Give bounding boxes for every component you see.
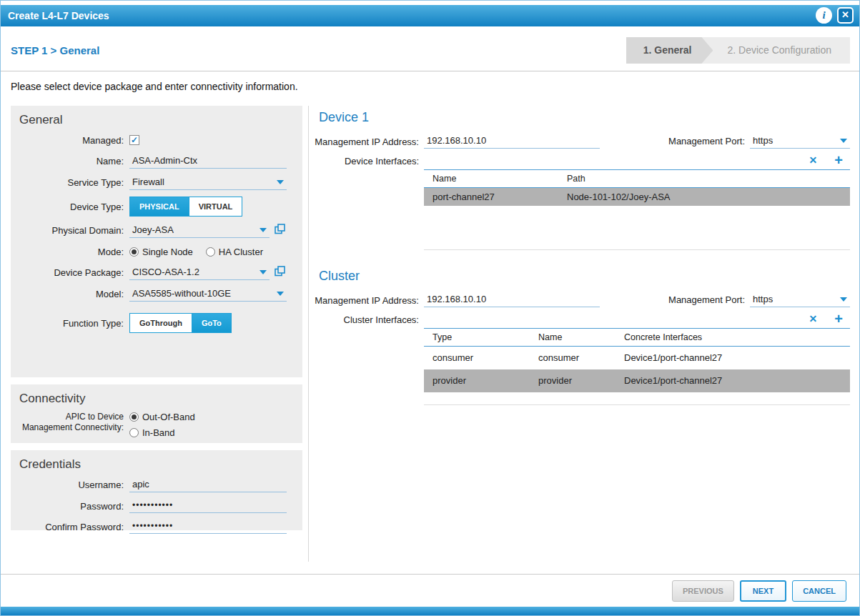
cluster-mgmt-port-dropdown[interactable]: https: [750, 292, 850, 307]
open-detail-icon[interactable]: [275, 266, 285, 279]
previous-button[interactable]: PREVIOUS: [672, 580, 734, 602]
device1-section: Device 1 Management IP Address: 192.168.…: [313, 110, 850, 250]
mode-label: Mode:: [16, 247, 129, 257]
titlebar-icons: i ✕: [816, 7, 854, 24]
general-panel: General Managed: ✓ Name: ASA-Admin-Ctx S…: [11, 106, 302, 377]
cluster-table-header-row: Type Name Concrete Interfaces: [424, 329, 850, 347]
step-header-row: STEP 1 > General 1. General 2. Device Co…: [1, 26, 859, 64]
connectivity-panel-title: Connectivity: [19, 392, 295, 406]
instruction-text: Please select device package and enter c…: [1, 71, 859, 101]
left-column: General Managed: ✓ Name: ASA-Admin-Ctx S…: [11, 106, 302, 537]
device1-interfaces-table-wrap: ✕ + Name Path: [424, 154, 850, 250]
cluster-col-concrete: Concrete Interfaces: [616, 329, 850, 347]
name-label: Name:: [16, 156, 129, 167]
device-package-dropdown[interactable]: CISCO-ASA-1.2: [129, 265, 270, 280]
wizard-step-device-configuration[interactable]: 2. Device Configuration: [701, 37, 850, 64]
cluster-table-toolbar: ✕ +: [424, 313, 850, 329]
physical-domain-dropdown[interactable]: Joey-ASA: [129, 223, 270, 238]
device-type-label: Device Type:: [16, 202, 129, 212]
cancel-button[interactable]: CANCEL: [792, 580, 846, 602]
device1-mgmt-ip-input[interactable]: 192.168.10.10: [424, 134, 600, 149]
radio-selected-icon[interactable]: [129, 247, 139, 257]
device-package-row: Device Package: CISCO-ASA-1.2: [16, 265, 295, 280]
device1-interfaces-row: Device Interfaces: ✕ + Name Path: [313, 154, 850, 250]
model-row: Model: ASA5585-without-10GE: [16, 287, 295, 302]
cluster-mgmt-ip-label: Management IP Address:: [313, 294, 424, 306]
model-label: Model:: [16, 289, 129, 299]
chevron-down-icon[interactable]: [260, 228, 267, 232]
device-type-physical-button[interactable]: PHYSICAL: [129, 197, 189, 217]
function-type-label: Function Type:: [16, 318, 129, 329]
add-interface-icon[interactable]: +: [834, 313, 843, 324]
cluster-row-type: provider: [424, 369, 530, 392]
device1-interfaces-label: Device Interfaces:: [313, 154, 424, 167]
open-detail-icon[interactable]: [275, 224, 285, 237]
cluster-row-concrete: Device1/port-channel27: [616, 369, 850, 392]
cluster-mgmt-ip-input[interactable]: 192.168.10.10: [424, 292, 600, 307]
connectivity-out-of-band-option[interactable]: Out-Of-Band: [129, 412, 195, 422]
chevron-down-icon[interactable]: [840, 297, 847, 302]
password-row: Password: •••••••••••: [16, 499, 295, 513]
cluster-row-name: provider: [530, 369, 616, 392]
username-row: Username: apic: [16, 477, 295, 492]
credentials-panel: Credentials Username: apic Password: •••…: [11, 450, 302, 530]
cluster-mgmt-row: Management IP Address: 192.168.10.10 Man…: [313, 292, 850, 307]
mode-single-node-option[interactable]: Single Node: [129, 247, 193, 257]
chevron-down-icon[interactable]: [277, 292, 284, 296]
right-column: Device 1 Management IP Address: 192.168.…: [313, 106, 850, 424]
device1-mgmt-port-dropdown[interactable]: https: [750, 134, 850, 149]
function-type-gothrough-button[interactable]: GoThrough: [129, 313, 192, 333]
radio-unselected-icon[interactable]: [206, 247, 215, 257]
connectivity-in-band-option[interactable]: In-Band: [129, 427, 195, 438]
table-row[interactable]: provider provider Device1/port-channel27: [424, 369, 850, 392]
wizard-breadcrumb: 1. General 2. Device Configuration: [626, 37, 850, 64]
password-label: Password:: [16, 501, 129, 512]
mode-ha-cluster-option[interactable]: HA Cluster: [206, 247, 263, 257]
function-type-toggle: GoThrough GoTo: [129, 313, 232, 333]
general-panel-title: General: [19, 113, 295, 127]
radio-unselected-icon[interactable]: [129, 428, 139, 437]
credentials-panel-title: Credentials: [19, 457, 295, 472]
device1-table-empty-area: [424, 206, 850, 250]
cluster-interfaces-table: Type Name Concrete Interfaces consumer c…: [424, 329, 850, 392]
chevron-down-icon[interactable]: [260, 270, 267, 274]
connectivity-label: APIC to Device Management Connectivity:: [16, 412, 129, 433]
dialog-titlebar: Create L4-L7 Devices i ✕: [1, 5, 859, 26]
device-type-virtual-button[interactable]: VIRTUAL: [189, 197, 243, 217]
table-row[interactable]: consumer consumer Device1/port-channel27: [424, 347, 850, 370]
confirm-password-input[interactable]: •••••••••••: [129, 520, 287, 534]
connectivity-panel: Connectivity APIC to Device Management C…: [11, 384, 302, 443]
wizard-step-general[interactable]: 1. General: [626, 37, 713, 64]
chevron-down-icon[interactable]: [840, 139, 847, 143]
password-input[interactable]: •••••••••••: [129, 499, 287, 513]
model-dropdown[interactable]: ASA5585-without-10GE: [129, 287, 287, 302]
dialog-footer: PREVIOUS NEXT CANCEL: [1, 574, 859, 607]
name-input[interactable]: ASA-Admin-Ctx: [129, 154, 287, 169]
column-divider: [308, 106, 309, 562]
managed-checkbox[interactable]: ✓: [129, 135, 139, 145]
table-row[interactable]: port-channel27 Node-101-102/Joey-ASA: [424, 188, 850, 207]
next-button[interactable]: NEXT: [740, 580, 786, 602]
function-type-goto-button[interactable]: GoTo: [192, 313, 232, 333]
name-row: Name: ASA-Admin-Ctx: [16, 154, 295, 169]
mode-row: Mode: Single Node HA Cluster: [16, 244, 295, 259]
close-icon[interactable]: ✕: [837, 7, 854, 24]
delete-interface-icon[interactable]: ✕: [809, 155, 818, 165]
username-input[interactable]: apic: [129, 477, 287, 492]
chevron-down-icon[interactable]: [277, 180, 284, 184]
add-interface-icon[interactable]: +: [834, 154, 843, 166]
username-label: Username:: [16, 480, 129, 490]
managed-row: Managed: ✓: [16, 133, 295, 147]
service-type-dropdown[interactable]: Firewall: [129, 175, 287, 190]
service-type-label: Service Type:: [16, 177, 129, 188]
delete-interface-icon[interactable]: ✕: [809, 314, 818, 324]
device-type-toggle: PHYSICAL VIRTUAL: [129, 197, 242, 217]
device-type-row: Device Type: PHYSICAL VIRTUAL: [16, 197, 295, 217]
info-icon[interactable]: i: [816, 7, 832, 24]
cluster-title: Cluster: [319, 269, 850, 284]
device1-row-path: Node-101-102/Joey-ASA: [558, 188, 850, 207]
cluster-row-name: consumer: [530, 347, 616, 370]
radio-selected-icon[interactable]: [129, 412, 139, 422]
create-l4-l7-devices-dialog: Create L4-L7 Devices i ✕ STEP 1 > Genera…: [0, 0, 860, 616]
confirm-password-label: Confirm Password:: [16, 522, 129, 532]
